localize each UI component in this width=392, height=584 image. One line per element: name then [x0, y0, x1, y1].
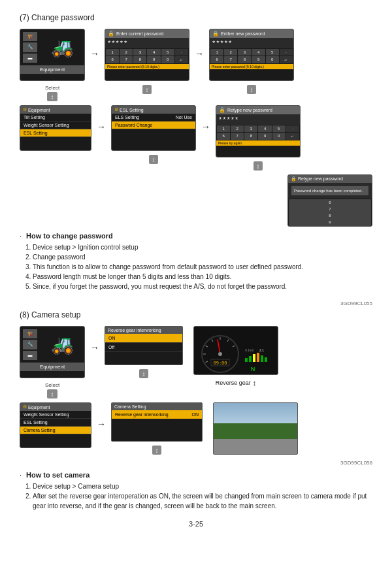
- esl-row-password[interactable]: Password Change: [112, 122, 195, 129]
- svg-rect-16: [253, 354, 255, 362]
- lock-icon-2: 🔒: [212, 31, 219, 37]
- cs-scroll: ↕: [152, 446, 161, 455]
- esl-screen: ⚙ ESL Setting ELS SettingNot Use Passwor…: [111, 105, 196, 151]
- esl-title: ⚙ ESL Setting: [112, 106, 195, 114]
- kb-key-4[interactable]: 4: [147, 49, 160, 56]
- kb-r-5[interactable]: 5: [272, 125, 286, 132]
- eq-icon-display: ▬: [23, 54, 37, 63]
- kb-r-enter[interactable]: ↵: [286, 133, 299, 140]
- how-to-item-3: This function is to allow to change pass…: [33, 262, 372, 272]
- photo-col: [213, 402, 298, 455]
- kb-n-7[interactable]: 7: [224, 56, 237, 63]
- kb-n-5[interactable]: 5: [266, 49, 279, 56]
- arrow4: →: [201, 122, 210, 132]
- kb-key-minus[interactable]: -: [175, 49, 188, 56]
- cf-k-6[interactable]: 6: [289, 199, 371, 206]
- cam-menu-camera[interactable]: Camera Setting: [20, 427, 91, 434]
- esl-col: ⚙ ESL Setting ELS SettingNot Use Passwor…: [111, 105, 196, 164]
- kb-r-1[interactable]: 1: [217, 125, 230, 132]
- bullet-2: ·: [20, 471, 22, 479]
- ref-code-1: 3GD99CL055: [20, 300, 372, 306]
- eq-forklift-icon: 🚜: [40, 29, 84, 65]
- reverse-gear-label: Reverse gear: [216, 380, 251, 386]
- kb-key-2[interactable]: 2: [120, 49, 133, 56]
- kb-n-3[interactable]: 3: [238, 49, 251, 56]
- kb-new-dots: *****: [210, 38, 293, 48]
- kb-n-minus[interactable]: -: [280, 49, 293, 56]
- cam-menu-title: ⚙ Equipment: [20, 403, 91, 411]
- select-group: Select ↕: [45, 85, 59, 101]
- photo-screen: [213, 402, 298, 455]
- eq-menu-col: ⚙ Equipment Tilt Setting Weight Sensor S…: [20, 105, 91, 151]
- svg-rect-17: [257, 353, 259, 362]
- retype-col: 🔒 Retype new password ***** 1 2 3 4 5 - …: [216, 105, 301, 170]
- eq-icon-wrench: 🔧: [23, 42, 37, 52]
- eq-menu-screen: ⚙ Equipment Tilt Setting Weight Sensor S…: [20, 105, 91, 151]
- iw-screen: Reverse gear interworking ON Off: [105, 326, 183, 365]
- kb-n-4[interactable]: 4: [252, 49, 265, 56]
- kb-r-4[interactable]: 4: [258, 125, 271, 132]
- kb-key-0[interactable]: 0: [161, 56, 174, 63]
- cf-k-7[interactable]: 7: [289, 206, 371, 212]
- kb-r-2[interactable]: 2: [231, 125, 244, 132]
- reverse-gear-label-group: Reverse gear ↕: [216, 379, 257, 387]
- esl-scroll: ↕: [149, 155, 158, 164]
- how-to-camera-list: Device setup > Camera setup After set th…: [20, 481, 372, 511]
- eq-top: 🏗️ 🔧 ▬ 🚜: [20, 29, 84, 65]
- retype-title: 🔒 Retype new password: [216, 106, 300, 114]
- kb-r-7[interactable]: 7: [231, 133, 244, 140]
- kb-key-1[interactable]: 1: [106, 49, 119, 56]
- kb-key-5[interactable]: 5: [161, 49, 174, 56]
- kb-key-3[interactable]: 3: [133, 49, 146, 56]
- confirm-grid: 6 7 8 9 0 ↵: [288, 199, 372, 227]
- select-label: Select: [45, 85, 59, 91]
- cf-k-0[interactable]: 0: [289, 225, 371, 227]
- cs-item-interworking[interactable]: Reverse gear interworking ON: [112, 410, 202, 419]
- menu-item-tilt[interactable]: Tilt Setting: [20, 114, 91, 122]
- how-to-camera-title: How to set camera: [26, 471, 90, 479]
- kb-enter-title: 🔒 Enter current password: [105, 29, 189, 38]
- arrow3: →: [97, 122, 106, 132]
- iw-on[interactable]: ON: [105, 334, 182, 343]
- kb-n-6[interactable]: 6: [210, 56, 223, 63]
- kb-r-3[interactable]: 3: [244, 125, 257, 132]
- kb-n-9[interactable]: 9: [252, 56, 265, 63]
- kb-n-1[interactable]: 1: [210, 49, 223, 56]
- menu-item-weight[interactable]: Weight Sensor Setting: [20, 122, 91, 129]
- kb-n-enter[interactable]: ↵: [280, 56, 293, 63]
- cam-eq-col: 🏗️ 🔧 ▬ 🚜 Equipment Select ↕: [20, 326, 85, 398]
- iw-off[interactable]: Off: [105, 343, 182, 352]
- kb-key-7[interactable]: 7: [120, 56, 133, 63]
- how-to-title: How to change password: [26, 232, 113, 240]
- how-to-camera: · How to set camera Device setup > Camer…: [20, 471, 372, 511]
- cam-menu-esl[interactable]: ESL Setting: [20, 419, 91, 427]
- cam-how-item-2: After set the reverse gear interoperatio…: [33, 491, 372, 511]
- retype-screen: 🔒 Retype new password ***** 1 2 3 4 5 - …: [216, 105, 301, 157]
- cf-k-8[interactable]: 8: [289, 212, 371, 219]
- kb-r-0[interactable]: 0: [272, 133, 286, 140]
- kb-r-minus[interactable]: -: [286, 125, 299, 132]
- gauge-svg: 09:00 N 0.1km 2.1: [194, 327, 278, 374]
- kb-key-6[interactable]: 6: [106, 56, 119, 63]
- cam-select-group: Select ↕: [45, 382, 59, 398]
- bullet-1: ·: [20, 232, 22, 240]
- kb-n-8[interactable]: 8: [238, 56, 251, 63]
- kb-r-9[interactable]: 9: [258, 133, 271, 140]
- eq-icons: 🏗️ 🔧 ▬: [20, 29, 40, 65]
- kb-n-0[interactable]: 0: [266, 56, 279, 63]
- menu-item-esl[interactable]: ESL Setting: [20, 129, 91, 137]
- photo-road: [214, 439, 297, 454]
- esl-row-els[interactable]: ELS SettingNot Use: [112, 114, 195, 122]
- new-scroll-group: ↕: [247, 85, 256, 94]
- kb-n-2[interactable]: 2: [224, 49, 237, 56]
- ref-code-2: 3GD99CL056: [20, 460, 372, 466]
- how-to-item-1: Device setup > Ignition control setup: [33, 242, 372, 252]
- kb-r-6[interactable]: 6: [217, 133, 230, 140]
- svg-point-10: [218, 352, 222, 356]
- kb-key-8[interactable]: 8: [133, 56, 146, 63]
- kb-r-8[interactable]: 8: [244, 133, 257, 140]
- cf-k-9[interactable]: 9: [289, 219, 371, 225]
- kb-key-9[interactable]: 9: [147, 56, 160, 63]
- cam-menu-weight[interactable]: Weight Sensor Setting: [20, 411, 91, 419]
- kb-key-enter[interactable]: ↵: [175, 56, 188, 63]
